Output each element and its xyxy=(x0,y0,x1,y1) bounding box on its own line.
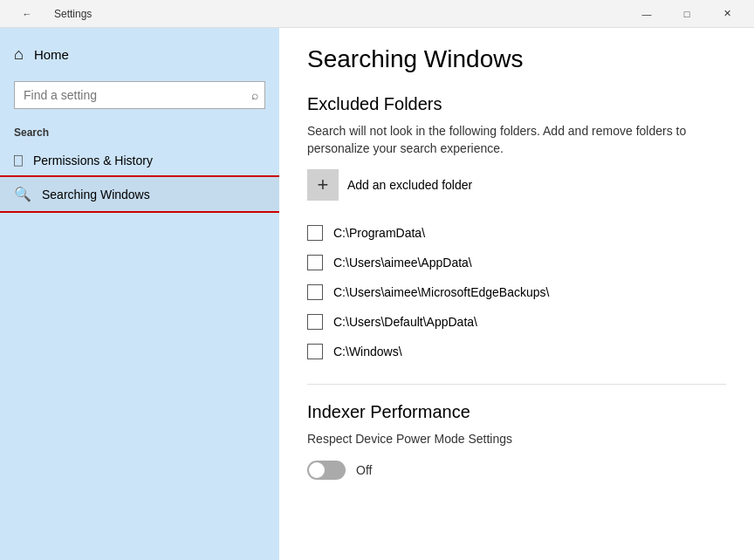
search-container: ⌕ xyxy=(14,81,265,109)
sidebar-item-permissions-label: Permissions & History xyxy=(33,154,153,167)
sidebar-home-item[interactable]: ⌂ Home xyxy=(0,35,279,74)
folder-checkbox[interactable] xyxy=(307,344,323,359)
maximize-button[interactable]: □ xyxy=(667,0,707,28)
folder-path: C:\Users\aimee\AppData\ xyxy=(333,256,472,270)
close-button[interactable]: ✕ xyxy=(707,0,747,28)
add-folder-label: Add an excluded folder xyxy=(347,178,472,192)
add-folder-plus-icon: + xyxy=(307,169,339,201)
folder-path: C:\ProgramData\ xyxy=(333,226,425,240)
app-container: ⌂ Home ⌕ Search ⎕ Permissions & History … xyxy=(0,28,754,560)
title-bar-left: ← Settings xyxy=(7,0,92,28)
excluded-folders-title: Excluded Folders xyxy=(307,94,726,114)
toggle-knob xyxy=(309,462,325,478)
add-excluded-folder-button[interactable]: + Add an excluded folder xyxy=(307,169,726,201)
searching-windows-icon: 🔍 xyxy=(14,186,31,202)
minimize-button[interactable]: — xyxy=(627,0,667,28)
folder-list-item: C:\Users\aimee\MicrosoftEdgeBackups\ xyxy=(307,277,726,307)
sidebar-item-permissions[interactable]: ⎕ Permissions & History xyxy=(0,144,279,177)
folder-checkbox[interactable] xyxy=(307,284,323,300)
indexer-performance-label: Respect Device Power Mode Settings xyxy=(307,431,726,448)
folder-path: C:\Windows\ xyxy=(333,345,402,359)
folder-list-item: C:\Users\aimee\AppData\ xyxy=(307,248,726,277)
search-icon: ⌕ xyxy=(251,88,258,102)
folder-checkbox[interactable] xyxy=(307,255,323,270)
sidebar-section-label: Search xyxy=(0,116,279,144)
title-bar: ← Settings — □ ✕ xyxy=(0,0,754,28)
excluded-folders-description: Search will not look in the following fo… xyxy=(307,123,726,157)
folder-list-item: C:\Users\Default\AppData\ xyxy=(307,307,726,337)
sidebar: ⌂ Home ⌕ Search ⎕ Permissions & History … xyxy=(0,28,279,560)
home-label: Home xyxy=(34,47,69,62)
title-bar-title: Settings xyxy=(54,8,92,20)
indexer-performance-title: Indexer Performance xyxy=(307,402,726,422)
home-icon: ⌂ xyxy=(14,45,24,64)
folder-checkbox[interactable] xyxy=(307,314,323,330)
folder-path: C:\Users\aimee\MicrosoftEdgeBackups\ xyxy=(333,285,549,299)
page-title: Searching Windows xyxy=(307,45,726,73)
back-button[interactable]: ← xyxy=(7,0,47,28)
folder-list-item: C:\Windows\ xyxy=(307,337,726,366)
section-divider xyxy=(307,384,726,385)
toggle-row: Off xyxy=(307,461,726,480)
folder-path: C:\Users\Default\AppData\ xyxy=(333,315,477,329)
main-content: Searching Windows Excluded Folders Searc… xyxy=(279,28,754,560)
sidebar-item-searching-windows[interactable]: 🔍 Searching Windows xyxy=(0,177,279,211)
title-bar-controls: — □ ✕ xyxy=(627,0,747,28)
folder-list-item: C:\ProgramData\ xyxy=(307,218,726,248)
power-mode-toggle[interactable] xyxy=(307,461,346,480)
permissions-icon: ⎕ xyxy=(14,153,23,168)
sidebar-item-searching-windows-label: Searching Windows xyxy=(42,188,150,201)
folder-checkbox[interactable] xyxy=(307,225,323,241)
excluded-folders-list: C:\ProgramData\C:\Users\aimee\AppData\C:… xyxy=(307,218,726,366)
toggle-state-label: Off xyxy=(356,463,372,477)
search-input[interactable] xyxy=(14,81,265,109)
